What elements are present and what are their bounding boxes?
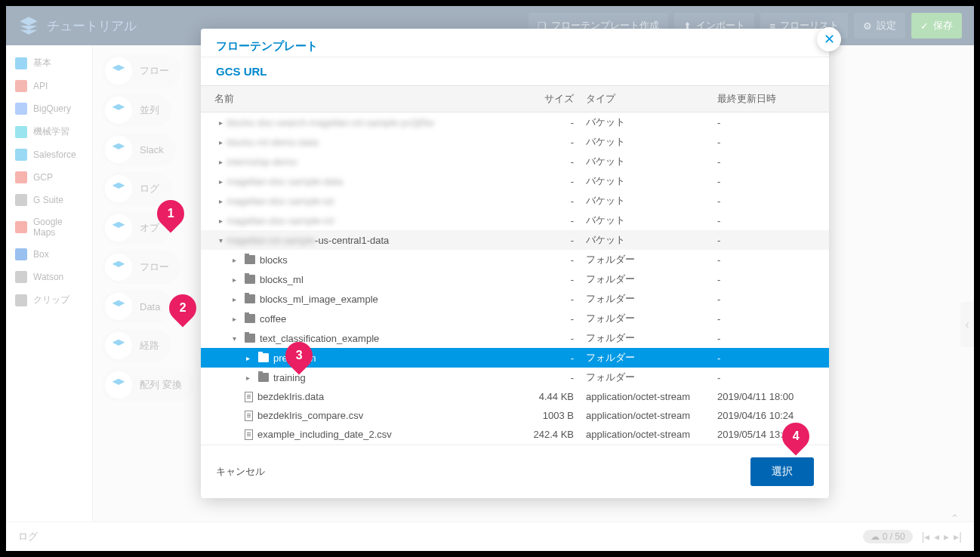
gcs-url-modal: ✕ フローテンプレート GCS URL 名前 サイズ タイプ 最終更新日時 ▸b… <box>201 29 829 498</box>
tree-row[interactable]: bezdekIris_compare.csv1003 Bapplication/… <box>201 406 829 425</box>
file-tree: ▸blocks-doc-search-magellan-iot-sample-y… <box>201 112 829 445</box>
tree-row[interactable]: ▸magellan-doc-sample-data-バケット- <box>201 171 829 191</box>
tree-row[interactable]: ▸blocks-ml-demo-data-バケット- <box>201 132 829 152</box>
modal-footer: キャンセル 選択 <box>201 445 829 498</box>
tree-row[interactable]: ▸blocks_ml_image_example-フォルダー- <box>201 289 829 309</box>
tree-row[interactable]: bezdekIris.data4.44 KBapplication/octet-… <box>201 387 829 406</box>
tree-row[interactable]: ▸blocks-フォルダー- <box>201 250 829 269</box>
marker-4: 4 <box>782 423 809 456</box>
tree-row[interactable]: ▸magellan-doc-sample-iot-バケット- <box>201 191 829 211</box>
tree-row[interactable]: ▾magellan-iot-sample-us-central1-data-バケ… <box>201 230 829 250</box>
tree-row[interactable]: ▸blocks_ml-フォルダー- <box>201 269 829 289</box>
tree-row[interactable]: ▸coffee-フォルダー- <box>201 309 829 328</box>
table-header: 名前 サイズ タイプ 最終更新日時 <box>201 85 829 112</box>
tree-row[interactable]: example_including_date_2.csv242.4 KBappl… <box>201 425 829 444</box>
col-date-header: 最終更新日時 <box>717 92 815 106</box>
marker-1: 1 <box>157 200 184 233</box>
col-name-header: 名前 <box>214 92 513 106</box>
tree-row[interactable]: ▸internship-demo-バケット- <box>201 152 829 171</box>
tree-row[interactable]: ▸blocks-doc-search-magellan-iot-sample-y… <box>201 112 829 132</box>
col-size-header: サイズ <box>513 92 574 106</box>
marker-2: 2 <box>169 294 196 328</box>
marker-3: 3 <box>285 342 313 375</box>
modal-title: GCS URL <box>201 57 829 85</box>
select-button[interactable]: 選択 <box>750 457 814 486</box>
close-icon[interactable]: ✕ <box>817 27 841 51</box>
cancel-button[interactable]: キャンセル <box>216 465 265 479</box>
col-type-header: タイプ <box>574 92 717 106</box>
tree-row[interactable]: ▸magellan-doc-sample-ml-バケット- <box>201 211 829 230</box>
modal-header: フローテンプレート <box>201 29 829 57</box>
